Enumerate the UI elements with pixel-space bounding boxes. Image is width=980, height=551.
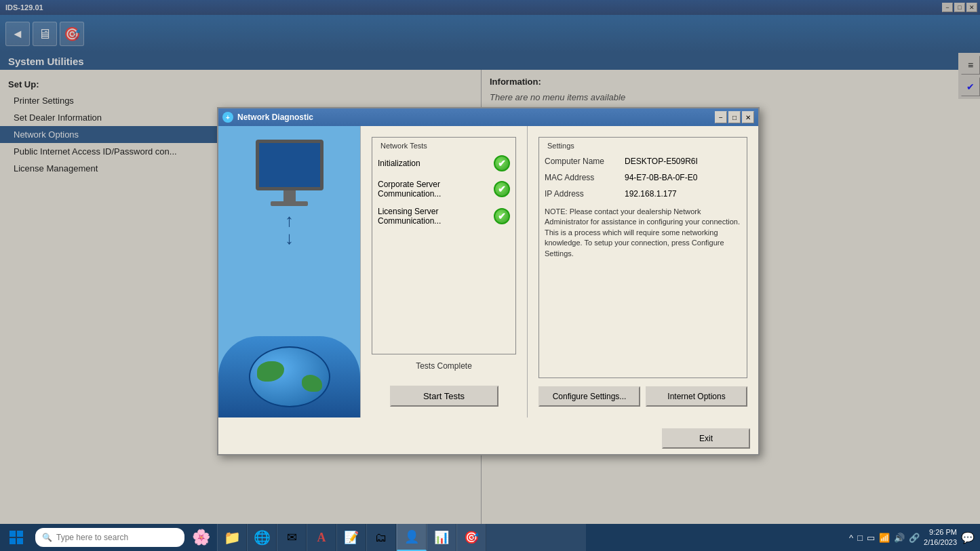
configure-settings-button[interactable]: Configure Settings... <box>538 386 640 407</box>
taskbar-search-bar[interactable]: 🔍 <box>35 528 184 547</box>
exit-button-row: Exit <box>218 423 758 454</box>
flower-icon: 🌸 <box>187 524 214 551</box>
taskbar-mail[interactable]: ✉ <box>277 524 307 551</box>
network-tests-box: Network Tests Initialization ✔ Corporate… <box>372 137 516 354</box>
internet-options-button[interactable]: Internet Options <box>646 386 747 407</box>
dialog-title-bar: + Network Diagnostic − □ ✕ <box>218 108 758 126</box>
taskbar-app-list: 📁 🌐 ✉ A 📝 🗂 <box>217 524 396 551</box>
check-icon-initialization: ✔ <box>494 155 510 171</box>
dialog-title: Network Diagnostic <box>237 113 713 122</box>
dialog-close-button[interactable]: ✕ <box>742 111 754 123</box>
taskbar-running-apps: 👤 📊 🎯 <box>396 524 586 551</box>
svg-rect-0 <box>9 531 16 537</box>
device-icon: □ <box>857 533 863 543</box>
dialog-minimize-button[interactable]: − <box>715 111 727 123</box>
network-tests-panel: Network Tests Initialization ✔ Corporate… <box>361 126 528 417</box>
taskbar-ids-icon3[interactable]: 🎯 <box>456 524 486 551</box>
monitor-graphic <box>256 140 324 206</box>
note-text: NOTE: Please contact your dealership Net… <box>545 207 741 259</box>
globe-shape <box>249 346 330 407</box>
clock-date: 2/16/2023 <box>924 537 957 548</box>
volume-icon: 🔊 <box>894 533 905 543</box>
link-icon: 🔗 <box>909 533 920 543</box>
monitor-base <box>271 201 308 206</box>
start-button[interactable] <box>0 524 33 551</box>
test-label-initialization: Initialization <box>378 159 488 168</box>
start-tests-button[interactable]: Start Tests <box>390 386 498 407</box>
network-tests-label: Network Tests <box>378 142 430 150</box>
globe-graphic <box>218 336 360 417</box>
display-icon: ▭ <box>867 533 875 543</box>
svg-rect-1 <box>17 531 23 537</box>
taskbar: 🔍 🌸 📁 🌐 ✉ A 📝 🗂 👤 📊 <box>0 524 980 551</box>
system-tray: ^ □ ▭ 📶 🔊 🔗 9:26 PM 2/16/2023 💬 <box>849 527 980 548</box>
monitor-screen <box>256 140 324 190</box>
taskbar-ids-icon2[interactable]: 📊 <box>427 524 456 551</box>
check-icon-corporate: ✔ <box>494 181 510 197</box>
continent2 <box>302 375 322 392</box>
svg-rect-3 <box>17 538 23 544</box>
setting-ip: IP Address 192.168.1.177 <box>545 189 741 199</box>
setting-mac: MAC Address 94-E7-0B-BA-0F-E0 <box>545 173 741 182</box>
arrows-graphic: ↑ ↓ <box>285 211 294 247</box>
monitor-stand <box>283 190 296 201</box>
ip-value: 192.168.1.177 <box>625 189 677 199</box>
taskbar-font-icon[interactable]: A <box>307 524 336 551</box>
mac-value: 94-E7-0B-BA-0F-E0 <box>625 173 697 182</box>
search-input[interactable] <box>56 533 165 542</box>
taskbar-ids-icon1[interactable]: 👤 <box>397 524 427 551</box>
system-clock[interactable]: 9:26 PM 2/16/2023 <box>924 527 957 548</box>
network-diagnostic-dialog: + Network Diagnostic − □ ✕ ↑ <box>217 107 760 455</box>
check-icon-licensing: ✔ <box>494 208 510 224</box>
taskbar-edge[interactable]: 🌐 <box>247 524 277 551</box>
test-row-corporate: Corporate Server Communication... ✔ <box>378 180 510 199</box>
settings-button-row: Configure Settings... Internet Options <box>538 386 747 407</box>
ip-label: IP Address <box>545 189 619 199</box>
dialog-content: ↑ ↓ Network Tests <box>218 126 758 417</box>
settings-panel: Settings Computer Name DESKTOP-E509R6I M… <box>528 126 758 417</box>
taskbar-red-icon[interactable]: 🗂 <box>366 524 396 551</box>
computer-name-label: Computer Name <box>545 157 619 166</box>
svg-rect-2 <box>9 538 16 544</box>
notification-icon[interactable]: 💬 <box>961 531 975 544</box>
setting-computer-name: Computer Name DESKTOP-E509R6I <box>545 157 741 166</box>
test-label-licensing: Licensing Server Communication... <box>378 207 488 226</box>
wifi-icon: 📶 <box>879 533 890 543</box>
settings-box-label: Settings <box>545 142 577 150</box>
dialog-icon: + <box>222 112 233 123</box>
test-label-corporate: Corporate Server Communication... <box>378 180 488 199</box>
mac-label: MAC Address <box>545 173 619 182</box>
continent1 <box>257 361 284 382</box>
network-image: ↑ ↓ <box>218 126 361 417</box>
tests-complete-text: Tests Complete <box>372 361 516 371</box>
taskbar-notes[interactable]: 📝 <box>336 524 366 551</box>
clock-time: 9:26 PM <box>924 527 957 537</box>
computer-name-value: DESKTOP-E509R6I <box>625 157 698 166</box>
test-row-initialization: Initialization ✔ <box>378 155 510 171</box>
taskbar-file-explorer[interactable]: 📁 <box>217 524 247 551</box>
chevron-icon[interactable]: ^ <box>849 533 853 543</box>
exit-button[interactable]: Exit <box>662 428 750 449</box>
test-row-licensing: Licensing Server Communication... ✔ <box>378 207 510 226</box>
dialog-maximize-button[interactable]: □ <box>728 111 741 123</box>
settings-box: Settings Computer Name DESKTOP-E509R6I M… <box>538 137 747 378</box>
